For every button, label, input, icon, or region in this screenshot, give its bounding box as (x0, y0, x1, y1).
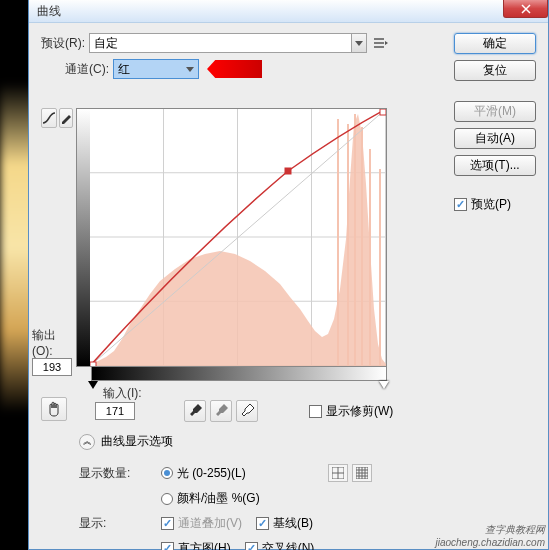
arrow-annotation (207, 60, 262, 78)
curve-icon (42, 112, 56, 124)
dropdown-icon (351, 34, 366, 52)
svg-line-6 (90, 109, 386, 366)
preset-select[interactable]: 自定 (89, 33, 367, 53)
ok-button[interactable]: 确定 (454, 33, 536, 54)
light-radio[interactable] (161, 467, 173, 479)
white-eyedropper[interactable] (236, 400, 258, 422)
chevron-down-icon (186, 67, 194, 72)
display-options-toggle[interactable]: ︽ 曲线显示选项 (79, 433, 372, 450)
black-eyedropper[interactable] (184, 400, 206, 422)
eyedropper-icon (240, 404, 254, 418)
show-clip-checkbox[interactable] (309, 405, 322, 418)
titlebar[interactable]: 曲线 (29, 0, 548, 23)
show-label: 显示: (79, 515, 143, 532)
grid-simple-button[interactable] (328, 464, 348, 482)
svg-rect-7 (90, 362, 96, 366)
intersection-checkbox[interactable] (245, 542, 258, 550)
curve-line[interactable] (90, 109, 386, 366)
baseline-label: 基线(B) (273, 515, 313, 532)
input-label: 输入(I): (103, 385, 142, 402)
hand-tool-button[interactable] (41, 397, 67, 421)
input-input[interactable] (95, 402, 135, 420)
preview-label: 预览(P) (471, 196, 511, 213)
pencil-icon (60, 112, 72, 124)
baseline-checkbox[interactable] (256, 517, 269, 530)
options-button[interactable]: 选项(T)... (454, 155, 536, 176)
gray-eyedropper[interactable] (210, 400, 232, 422)
close-icon (521, 4, 531, 14)
white-point-slider[interactable] (379, 381, 389, 389)
grid-detailed-button[interactable] (352, 464, 372, 482)
svg-rect-8 (285, 168, 291, 174)
output-gradient (77, 109, 90, 366)
histogram-checkbox[interactable] (161, 542, 174, 550)
show-amount-label: 显示数量: (79, 465, 143, 482)
eyedropper-icon (214, 404, 228, 418)
smooth-button[interactable]: 平滑(M) (454, 101, 536, 122)
light-label: 光 (0-255)(L) (177, 465, 246, 482)
show-clip-label: 显示修剪(W) (326, 403, 393, 420)
grid-icon (332, 467, 344, 479)
preset-label: 预设(R): (41, 35, 85, 52)
preset-value: 自定 (94, 35, 118, 52)
channel-overlay-checkbox[interactable] (161, 517, 174, 530)
collapse-icon: ︽ (79, 434, 95, 450)
channel-label: 通道(C): (65, 61, 109, 78)
grid-icon (356, 467, 368, 479)
input-gradient (91, 367, 387, 381)
pigment-radio[interactable] (161, 493, 173, 505)
eyedropper-icon (188, 404, 202, 418)
pencil-tool-button[interactable] (59, 108, 73, 128)
output-label: 输出(O): (32, 327, 72, 358)
preview-checkbox[interactable] (454, 198, 467, 211)
hand-icon (46, 401, 62, 417)
pigment-label: 颜料/油墨 %(G) (177, 490, 260, 507)
curves-graph[interactable] (76, 108, 387, 367)
curves-dialog: 曲线 预设(R): 自定 通道(C): 红 (28, 0, 549, 550)
channel-value: 红 (118, 61, 130, 78)
display-options-label: 曲线显示选项 (101, 433, 173, 450)
watermark: 查字典教程网 jiaocheng.chazidian.com (435, 523, 545, 548)
preset-menu-button[interactable] (373, 35, 389, 51)
channel-overlay-label: 通道叠加(V) (178, 515, 242, 532)
curve-tool-button[interactable] (41, 108, 57, 128)
svg-rect-9 (380, 109, 386, 115)
intersection-label: 交叉线(N) (262, 540, 315, 550)
auto-button[interactable]: 自动(A) (454, 128, 536, 149)
close-button[interactable] (503, 0, 548, 18)
histogram-label: 直方图(H) (178, 540, 231, 550)
channel-select[interactable]: 红 (113, 59, 199, 79)
output-input[interactable] (32, 358, 72, 376)
reset-button[interactable]: 复位 (454, 60, 536, 81)
dialog-title: 曲线 (37, 3, 61, 20)
